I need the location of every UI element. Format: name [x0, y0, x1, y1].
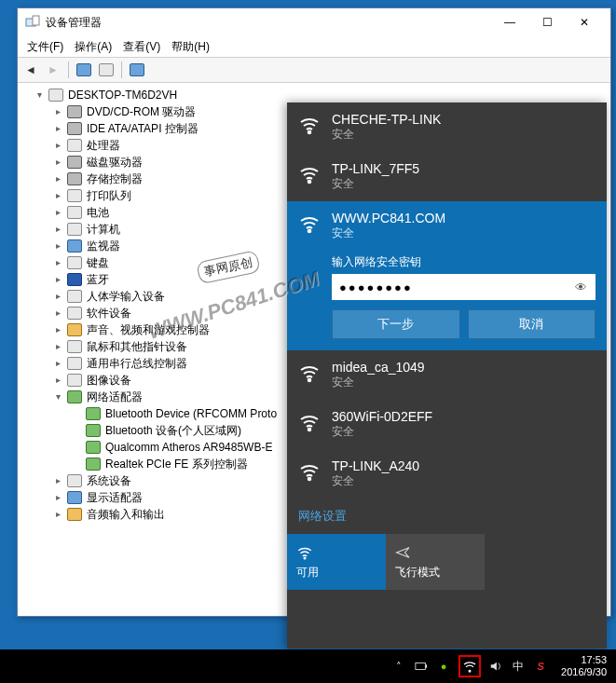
device-label: DVD/CD-ROM 驱动器	[85, 103, 196, 120]
cancel-button[interactable]: 取消	[468, 309, 596, 339]
clock-date: 2016/9/30	[561, 666, 607, 678]
device-label: 磁盘驱动器	[85, 154, 143, 171]
svg-point-4	[308, 230, 311, 233]
svg-point-7	[308, 478, 311, 481]
tray-ime-indicator[interactable]: 中	[511, 659, 526, 674]
twisty-icon[interactable]: ▸	[51, 489, 64, 506]
tray-power-icon[interactable]	[414, 659, 429, 674]
device-label: Bluetooth Device (RFCOMM Proto	[103, 405, 277, 422]
tray-chevron-icon[interactable]: ˄	[391, 659, 406, 674]
device-label: 系统设备	[85, 472, 131, 489]
twisty-icon[interactable]: ▸	[51, 472, 64, 489]
twisty-icon[interactable]: ▸	[51, 204, 64, 221]
device-icon	[67, 272, 82, 287]
wifi-network-item[interactable]: TP-LINK_A240安全	[287, 449, 607, 499]
twisty-icon[interactable]: ▾	[51, 389, 64, 405]
twisty-icon[interactable]: ▸	[51, 221, 64, 238]
menu-action[interactable]: 操作(A)	[69, 37, 117, 57]
tray-wifi-icon[interactable]	[459, 655, 481, 677]
maximize-button[interactable]: ☐	[528, 12, 566, 33]
wifi-network-item[interactable]: TP-LINK_7FF5安全	[287, 152, 607, 201]
password-input[interactable]	[337, 280, 571, 295]
wifi-status: 安全	[332, 375, 425, 390]
airplane-tile[interactable]: 飞行模式	[386, 534, 485, 590]
device-icon	[67, 473, 82, 488]
scan-icon[interactable]	[128, 61, 146, 79]
wifi-network-item[interactable]: WWW.PC841.COM安全	[287, 201, 607, 251]
twisty-icon[interactable]: ▸	[51, 506, 64, 523]
forward-button[interactable]: ►	[44, 61, 62, 79]
titlebar[interactable]: 设备管理器 — ☐ ✕	[18, 8, 610, 36]
menu-file[interactable]: 文件(F)	[21, 37, 69, 57]
computer-icon[interactable]	[75, 61, 93, 79]
refresh-icon[interactable]	[97, 61, 116, 79]
device-icon	[48, 88, 63, 102]
twisty-icon[interactable]: ▸	[51, 372, 64, 389]
tray-volume-icon[interactable]	[488, 659, 503, 674]
menu-help[interactable]: 帮助(H)	[166, 37, 215, 57]
device-icon	[67, 322, 82, 337]
twisty-icon[interactable]: ▸	[51, 171, 64, 187]
tree-root[interactable]: ▾DESKTOP-TM6D2VH	[20, 87, 609, 103]
twisty-icon[interactable]: ▸	[51, 305, 64, 321]
system-tray: ˄ ● 中 S 17:53 2016/9/30	[391, 649, 616, 683]
svg-rect-1	[33, 16, 39, 25]
device-label: Bluetooth 设备(个人区域网)	[103, 422, 241, 439]
next-button[interactable]: 下一步	[332, 309, 460, 339]
minimize-button[interactable]: —	[491, 12, 528, 33]
device-label: 鼠标和其他指针设备	[85, 338, 187, 355]
wifi-status: 安全	[332, 225, 445, 241]
device-icon	[86, 406, 101, 421]
reveal-password-icon[interactable]: 👁	[571, 280, 590, 294]
tray-sogou-icon[interactable]: S	[533, 659, 548, 674]
svg-point-5	[308, 379, 311, 382]
wifi-network-item[interactable]: 360WiFi-0D2EFF安全	[287, 400, 607, 449]
svg-point-8	[304, 557, 306, 559]
device-label: 网络适配器	[85, 389, 143, 405]
twisty-icon[interactable]: ▸	[51, 271, 64, 288]
password-prompt: 输入网络安全密钥	[332, 254, 595, 270]
twisty-icon[interactable]: ▸	[51, 355, 64, 372]
clock[interactable]: 17:53 2016/9/30	[555, 654, 612, 678]
svg-rect-10	[425, 664, 427, 668]
wifi-flyout: CHECHE-TP-LINK安全TP-LINK_7FF5安全WWW.PC841.…	[287, 102, 607, 649]
twisty-icon[interactable]: ▸	[51, 120, 64, 137]
device-icon	[67, 490, 82, 505]
wifi-network-item[interactable]: CHECHE-TP-LINK安全	[287, 102, 607, 152]
device-icon	[67, 373, 82, 388]
separator	[68, 61, 69, 78]
device-icon	[67, 339, 82, 354]
device-icon	[67, 389, 82, 404]
menu-view[interactable]: 查看(V)	[117, 37, 166, 57]
back-button[interactable]: ◄	[21, 61, 40, 79]
twisty-icon[interactable]: ▸	[51, 154, 64, 171]
airplane-tile-label: 飞行模式	[395, 565, 440, 581]
wifi-icon	[298, 163, 321, 185]
twisty-icon[interactable]: ▸	[51, 254, 64, 271]
twisty-icon[interactable]: ▸	[51, 103, 64, 120]
wifi-network-item[interactable]: midea_ca_1049安全	[287, 350, 607, 400]
twisty-icon[interactable]: ▸	[51, 137, 64, 154]
close-button[interactable]: ✕	[566, 12, 603, 33]
wifi-ssid: TP-LINK_7FF5	[332, 161, 419, 176]
clock-time: 17:53	[581, 654, 607, 666]
wifi-tile[interactable]: 可用	[287, 534, 386, 590]
network-settings-link[interactable]: 网络设置	[287, 499, 607, 534]
device-label: Qualcomm Atheros AR9485WB-E	[103, 439, 272, 456]
toolbar: ◄ ►	[18, 57, 610, 83]
twisty-icon[interactable]: ▸	[51, 187, 64, 204]
twisty-icon[interactable]: ▸	[51, 288, 64, 305]
wifi-icon	[298, 460, 321, 483]
tray-status-icon[interactable]: ●	[436, 659, 451, 674]
wifi-icon	[298, 114, 321, 136]
twisty-icon[interactable]: ▸	[51, 321, 64, 338]
device-icon	[67, 222, 82, 237]
twisty-icon[interactable]: ▸	[51, 238, 64, 254]
device-icon	[86, 440, 101, 455]
twisty-icon[interactable]: ▾	[33, 87, 46, 103]
device-icon	[86, 457, 101, 471]
wifi-tile-label: 可用	[296, 565, 319, 581]
twisty-icon[interactable]: ▸	[51, 338, 64, 355]
device-label: 电池	[85, 204, 109, 221]
device-label: 键盘	[85, 254, 109, 271]
